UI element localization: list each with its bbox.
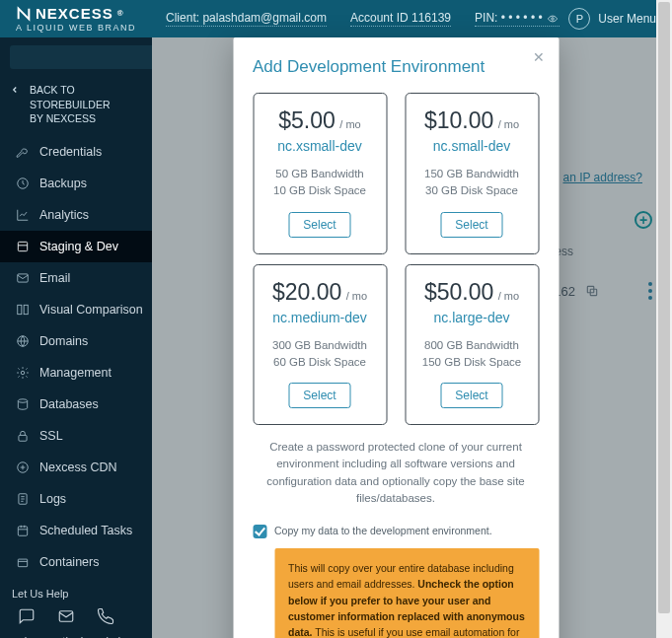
- box-icon: [16, 555, 30, 569]
- user-menu[interactable]: P User Menu: [568, 8, 656, 30]
- add-dev-env-modal: ✕ Add Development Environment $5.00 / mo…: [233, 37, 559, 638]
- sidebar-item-scheduled-tasks[interactable]: Scheduled Tasks: [0, 515, 152, 546]
- database-icon: [16, 397, 30, 411]
- sidebar-item-logs[interactable]: Logs: [0, 483, 152, 515]
- copy-data-label: Copy my data to the development environm…: [274, 525, 492, 536]
- mail-icon: [16, 271, 30, 285]
- lock-icon: [16, 429, 30, 443]
- svg-point-9: [18, 399, 27, 403]
- modal-title: Add Development Environment: [253, 57, 539, 77]
- log-icon: [16, 492, 30, 506]
- select-plan-button[interactable]: Select: [288, 383, 350, 408]
- help-label: Let Us Help: [12, 588, 140, 600]
- select-plan-button[interactable]: Select: [440, 212, 502, 238]
- plan-disk: 30 GB Disk Space: [413, 182, 530, 199]
- mail-icon[interactable]: [57, 607, 75, 625]
- plan-period: / mo: [346, 290, 367, 302]
- sidebar-item-staging-dev[interactable]: Staging & Dev: [0, 231, 152, 262]
- plan-bandwidth: 800 GB Bandwidth: [413, 337, 530, 354]
- svg-rect-6: [24, 305, 28, 314]
- main-area: an IP address? + * Address 99.224.162 ✕ …: [152, 37, 672, 638]
- plan-card-nc.small-dev: $10.00 / monc.small-dev150 GB Bandwidth3…: [405, 93, 539, 254]
- plan-disk: 60 GB Disk Space: [261, 354, 378, 371]
- sidebar-item-label: Databases: [39, 397, 99, 411]
- plan-bandwidth: 50 GB Bandwidth: [261, 166, 378, 182]
- sidebar: BACK TO STOREBUILDER BY NEXCESS Credenti…: [0, 37, 152, 638]
- plan-card-nc.medium-dev: $20.00 / monc.medium-dev300 GB Bandwidth…: [253, 264, 387, 426]
- sidebar-item-label: Logs: [39, 492, 66, 506]
- brand-logo: NEXCESS® A LIQUID WEB BRAND: [16, 6, 136, 33]
- sidebar-item-analytics[interactable]: Analytics: [0, 199, 152, 231]
- select-plan-button[interactable]: Select: [288, 212, 350, 238]
- brand-name: NEXCESS: [36, 6, 113, 21]
- sidebar-item-containers[interactable]: Containers: [0, 546, 152, 578]
- sidebar-item-label: Email: [39, 271, 70, 285]
- sidebar-item-domains[interactable]: Domains: [0, 325, 152, 357]
- svg-rect-5: [18, 305, 22, 314]
- sidebar-item-backups[interactable]: Backups: [0, 168, 152, 199]
- chart-icon: [16, 208, 30, 222]
- chevron-left-icon: [10, 85, 20, 95]
- svg-point-0: [552, 18, 555, 21]
- chat-icon[interactable]: [18, 607, 36, 625]
- plan-sku: nc.large-dev: [413, 310, 530, 325]
- svg-rect-15: [59, 611, 73, 622]
- logo-mark-icon: [16, 6, 32, 22]
- plan-period: / mo: [339, 118, 360, 130]
- plan-bandwidth: 150 GB Bandwidth: [413, 166, 530, 182]
- topbar: NEXCESS® A LIQUID WEB BRAND Client: pala…: [0, 0, 672, 37]
- plan-sku: nc.medium-dev: [261, 310, 378, 325]
- layers-icon: [16, 240, 30, 253]
- sidebar-item-credentials[interactable]: Credentials: [0, 136, 152, 168]
- warning-notice: This will copy over your entire database…: [274, 548, 539, 638]
- pin-display[interactable]: PIN: • • • • • •: [475, 11, 560, 27]
- close-icon[interactable]: ✕: [533, 49, 545, 65]
- sidebar-item-visual-comparison[interactable]: Visual Comparison: [0, 294, 152, 325]
- sidebar-item-label: Scheduled Tasks: [39, 524, 132, 537]
- key-icon: [16, 145, 30, 159]
- svg-rect-13: [18, 527, 27, 535]
- copy-data-checkbox[interactable]: [253, 525, 266, 538]
- scrollbar-thumb[interactable]: [658, 2, 670, 613]
- eye-icon[interactable]: [546, 14, 560, 24]
- sidebar-item-label: Containers: [39, 555, 99, 569]
- sidebar-item-label: Domains: [39, 334, 88, 348]
- plan-price: $50.00: [424, 279, 493, 305]
- sidebar-item-ssl[interactable]: SSL: [0, 420, 152, 452]
- plan-disk: 10 GB Disk Space: [261, 182, 378, 199]
- user-menu-label: User Menu: [598, 12, 656, 26]
- svg-rect-3: [18, 242, 27, 250]
- svg-point-8: [21, 371, 25, 375]
- plan-disk: 150 GB Disk Space: [413, 354, 530, 371]
- plan-card-nc.xsmall-dev: $5.00 / monc.xsmall-dev50 GB Bandwidth10…: [253, 93, 387, 254]
- sidebar-item-label: Backups: [39, 177, 87, 190]
- plan-period: / mo: [498, 290, 519, 302]
- sidebar-item-label: SSL: [39, 429, 63, 443]
- plan-sku: nc.xsmall-dev: [261, 138, 378, 154]
- sidebar-item-label: Management: [39, 366, 112, 380]
- gear-icon: [16, 366, 30, 380]
- svg-rect-10: [19, 435, 27, 441]
- clock-icon: [16, 177, 30, 190]
- sidebar-item-databases[interactable]: Databases: [0, 389, 152, 420]
- account-id[interactable]: Account ID 116139: [350, 11, 451, 27]
- phone-icon[interactable]: [97, 607, 114, 625]
- sidebar-item-management[interactable]: Management: [0, 357, 152, 389]
- sidebar-item-label: Visual Comparison: [39, 303, 143, 317]
- back-to-storebuilder[interactable]: BACK TO STOREBUILDER BY NEXCESS: [0, 75, 152, 136]
- sidebar-item-label: Analytics: [39, 208, 89, 222]
- compare-icon: [16, 303, 30, 317]
- calendar-icon: [16, 524, 30, 537]
- window-scrollbar[interactable]: [656, 0, 672, 638]
- plan-price: $20.00: [272, 279, 341, 305]
- plan-period: / mo: [498, 118, 519, 130]
- svg-rect-14: [18, 559, 27, 567]
- sidebar-item-nexcess-cdn[interactable]: Nexcess CDN: [0, 452, 152, 483]
- sidebar-item-email[interactable]: Email: [0, 262, 152, 294]
- avatar: P: [568, 8, 590, 30]
- search-input[interactable]: [10, 45, 170, 69]
- sidebar-item-label: Nexcess CDN: [39, 461, 117, 474]
- globe-icon: [16, 334, 30, 348]
- select-plan-button[interactable]: Select: [440, 383, 502, 408]
- client-info[interactable]: Client: palashdam@gmail.com: [166, 11, 327, 27]
